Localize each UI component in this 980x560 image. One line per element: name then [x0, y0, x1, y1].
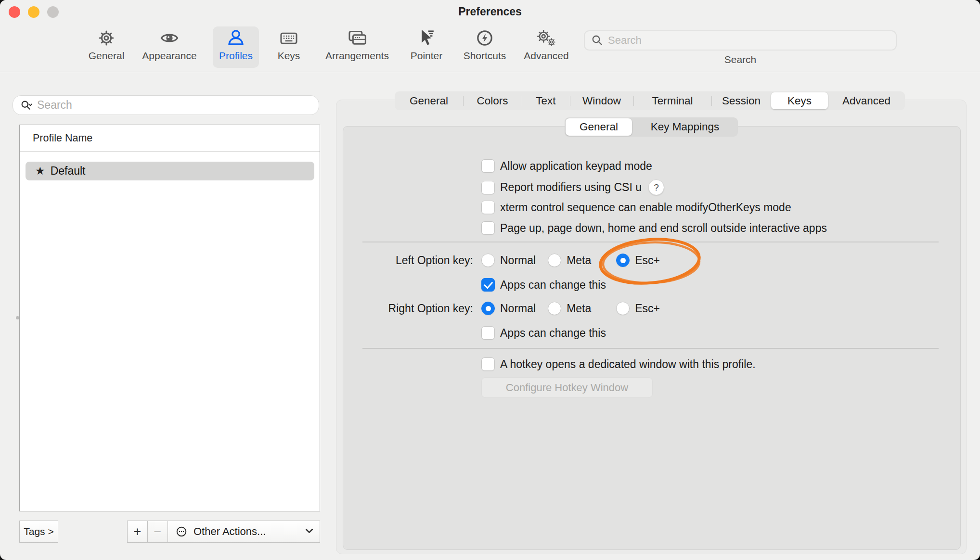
- tab-keys[interactable]: Keys: [771, 92, 828, 109]
- toolbar-item-profiles[interactable]: Profiles: [213, 26, 259, 68]
- tab-window[interactable]: Window: [570, 91, 633, 110]
- page-scroll-checkbox[interactable]: [481, 221, 495, 235]
- checkbox-row: Apps can change this: [481, 326, 606, 340]
- remove-profile-button[interactable]: −: [147, 521, 168, 543]
- keys-subtabbar: General Key Mappings: [565, 117, 738, 137]
- checkbox-row: Apps can change this: [481, 278, 606, 292]
- toolbar-search-caption: Search: [584, 54, 897, 65]
- checkbox-row: Report modifiers using CSI u ?: [481, 179, 664, 195]
- toolbar-item-keys[interactable]: Keys: [267, 26, 310, 68]
- checkbox-row: Allow application keypad mode: [481, 159, 652, 173]
- divider: [362, 242, 939, 242]
- windows-icon: [347, 26, 367, 50]
- profile-tabbar: General Colors Text Window Terminal Sess…: [395, 91, 905, 110]
- profile-list: Profile Name ★ Default: [19, 125, 320, 511]
- checkbox-row: A hotkey opens a dedicated window with t…: [481, 357, 756, 371]
- gear-icon: [97, 26, 116, 50]
- right-option-key-row: Right Option key: Normal Meta Esc+: [337, 302, 660, 315]
- toolbar-item-advanced[interactable]: Advanced: [519, 26, 574, 68]
- help-button[interactable]: ?: [648, 179, 664, 195]
- profile-search-input[interactable]: [37, 99, 297, 112]
- checkbox-row: Page up, page down, home and end scroll …: [481, 221, 827, 235]
- add-profile-button[interactable]: +: [127, 521, 148, 543]
- profile-row-default[interactable]: ★ Default: [26, 162, 314, 180]
- left-apps-can-change-checkbox[interactable]: [481, 278, 495, 292]
- right-option-key-label: Right Option key:: [337, 302, 473, 315]
- profile-name: Default: [51, 165, 86, 178]
- default-profile-star-icon: ★: [35, 165, 45, 178]
- titlebar: Preferences General Appearance Profiles: [0, 0, 980, 72]
- tab-colors[interactable]: Colors: [463, 91, 522, 110]
- profile-list-header: Profile Name: [20, 125, 320, 152]
- divider: [362, 348, 939, 349]
- tab-text[interactable]: Text: [522, 91, 570, 110]
- tags-button[interactable]: Tags >: [19, 521, 58, 543]
- toolbar-search-field[interactable]: [584, 30, 897, 51]
- right-apps-can-change-checkbox[interactable]: [481, 326, 495, 340]
- right-option-meta-radio[interactable]: [548, 302, 561, 315]
- ellipsis-circle-icon: [174, 524, 189, 539]
- preferences-window: Preferences General Appearance Profiles: [0, 0, 980, 560]
- toolbar-item-shortcuts[interactable]: Shortcuts: [456, 26, 514, 68]
- bolt-circle-icon: [475, 26, 495, 50]
- gears-icon: [535, 26, 557, 50]
- configure-hotkey-window-button[interactable]: Configure Hotkey Window: [481, 377, 653, 398]
- tab-advanced[interactable]: Advanced: [828, 91, 905, 110]
- toolbar-search-input[interactable]: [608, 34, 877, 47]
- allow-keypad-checkbox[interactable]: [481, 159, 495, 173]
- toolbar-item-general[interactable]: General: [80, 26, 133, 68]
- splitter-handle[interactable]: [16, 316, 19, 319]
- subtab-general[interactable]: General: [566, 118, 632, 136]
- other-actions-dropdown[interactable]: Other Actions...: [168, 521, 320, 543]
- chevron-down-icon: [306, 529, 313, 534]
- toolbar-item-arrangements[interactable]: Arrangements: [321, 26, 393, 68]
- eye-icon: [159, 26, 180, 50]
- toolbar-item-pointer[interactable]: Pointer: [402, 26, 451, 68]
- window-title: Preferences: [0, 5, 980, 18]
- left-option-key-label: Left Option key:: [337, 254, 473, 267]
- subtab-key-mappings[interactable]: Key Mappings: [633, 117, 737, 137]
- right-option-esc-radio[interactable]: [616, 302, 630, 315]
- modify-other-keys-checkbox[interactable]: [481, 201, 495, 214]
- toolbar-item-appearance[interactable]: Appearance: [138, 26, 201, 68]
- left-option-key-row: Left Option key: Normal Meta Esc+: [337, 254, 660, 267]
- left-option-esc-radio[interactable]: [616, 254, 630, 267]
- csi-u-checkbox[interactable]: [481, 181, 495, 194]
- hotkey-window-checkbox[interactable]: [481, 357, 495, 371]
- search-menu-icon: [19, 98, 33, 113]
- left-option-meta-radio[interactable]: [548, 254, 561, 267]
- search-icon: [591, 34, 604, 47]
- tab-general[interactable]: General: [395, 91, 463, 110]
- tab-session[interactable]: Session: [711, 91, 771, 110]
- other-actions-label: Other Actions...: [193, 525, 266, 538]
- right-option-normal-radio[interactable]: [481, 302, 495, 315]
- left-option-normal-radio[interactable]: [481, 254, 495, 267]
- cursor-icon: [416, 26, 437, 50]
- checkbox-row: xterm control sequence can enable modify…: [481, 201, 791, 214]
- person-icon: [226, 26, 246, 50]
- profile-search-field[interactable]: [13, 95, 319, 115]
- tab-terminal[interactable]: Terminal: [633, 91, 711, 110]
- keyboard-icon: [279, 26, 299, 50]
